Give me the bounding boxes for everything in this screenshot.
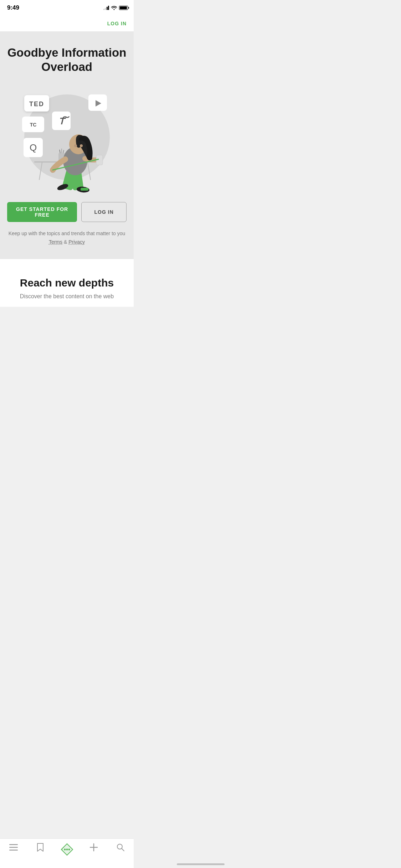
get-started-button[interactable]: GET STARTED FOR FREE xyxy=(7,202,77,222)
svg-rect-23 xyxy=(81,188,88,191)
top-login-button[interactable]: LOG IN xyxy=(107,21,127,26)
hero-section: Goodbye Information Overload TED T͠ TC Q xyxy=(0,31,134,259)
terms-link[interactable]: Terms xyxy=(49,239,62,245)
svg-point-28 xyxy=(74,144,77,147)
privacy-link[interactable]: Privacy xyxy=(68,239,85,245)
tagline: Keep up with the topics and trends that … xyxy=(7,231,127,236)
terms-privacy: Terms & Privacy xyxy=(7,239,127,245)
status-bar: 9:49 xyxy=(0,0,134,16)
svg-text:TC: TC xyxy=(30,122,36,128)
reach-section: Reach new depths Discover the best conte… xyxy=(0,259,134,307)
svg-point-29 xyxy=(80,144,83,147)
svg-text:TED: TED xyxy=(29,100,44,108)
reach-subtitle: Discover the best content on the web xyxy=(7,293,127,300)
cta-buttons: GET STARTED FOR FREE LOG IN xyxy=(7,202,127,222)
wifi-icon xyxy=(111,6,117,10)
signal-icon xyxy=(103,6,109,10)
battery-icon xyxy=(119,6,128,10)
status-icons xyxy=(103,6,128,10)
terms-and: & xyxy=(62,239,68,245)
login-button[interactable]: LOG IN xyxy=(81,202,127,222)
hero-illustration: TED T͠ TC Q xyxy=(10,84,124,191)
status-time: 9:49 xyxy=(7,4,19,11)
svg-text:Q: Q xyxy=(29,142,36,153)
hero-title: Goodbye Information Overload xyxy=(7,46,127,74)
top-nav: LOG IN xyxy=(0,16,134,31)
reach-title: Reach new depths xyxy=(7,277,127,289)
